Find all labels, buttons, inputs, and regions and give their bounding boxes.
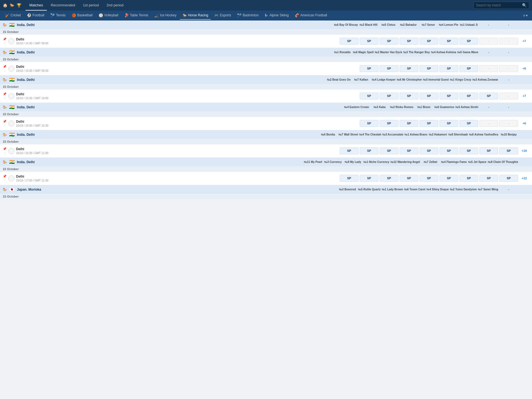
odds-cell-1-5[interactable]: SP xyxy=(459,65,478,72)
odds-cell-4-8[interactable]: SP xyxy=(499,147,518,154)
sport-horse-racing[interactable]: 🐎 Horse Racing xyxy=(180,12,211,20)
more-odds-button-5[interactable]: +12 xyxy=(519,175,529,181)
search-box[interactable]: 🔍 xyxy=(474,2,529,9)
odds-cell-2-3[interactable]: SP xyxy=(420,93,438,99)
odds-cell-5-3[interactable]: SP xyxy=(400,175,418,181)
pin-icon-3[interactable]: 📌 xyxy=(3,120,7,123)
odds-cell-1-1[interactable]: SP xyxy=(380,65,398,72)
odds-cell-5-7[interactable]: SP xyxy=(479,175,498,181)
match-row-4: 📌 ☆ Delhi 15/10 / 16:30 / GMT 11:00 SPSP… xyxy=(0,144,532,158)
odds-cell-3-4[interactable]: SP xyxy=(439,120,458,127)
pin-icon-5[interactable]: 📌 xyxy=(3,175,7,178)
pin-icon-2[interactable]: 📌 xyxy=(3,92,7,96)
odds-cell-2-7[interactable]: - xyxy=(499,93,518,99)
odds-cell-4-4[interactable]: SP xyxy=(420,147,438,154)
odds-cell-3-0[interactable]: SP xyxy=(360,120,378,127)
odds-cell-0-7[interactable]: - xyxy=(479,38,498,44)
odds-cell-1-3[interactable]: SP xyxy=(420,65,438,72)
runner-header-1-2: №2 Master Van Dyck xyxy=(375,50,402,54)
sport-volleyball[interactable]: 🏐 Volleyball xyxy=(96,12,121,20)
more-odds-button-3[interactable]: +6 xyxy=(519,120,529,126)
pin-icon-1[interactable]: 📌 xyxy=(3,65,7,68)
odds-cell-2-5[interactable]: SP xyxy=(459,93,478,99)
tab-matches[interactable]: Matches xyxy=(25,0,47,11)
more-odds-button-4[interactable]: +10 xyxy=(519,148,529,154)
sport-ice-hockey[interactable]: 🏒 Ice Hockey xyxy=(152,12,179,20)
odds-cell-0-1[interactable]: SP xyxy=(360,38,378,44)
odds-cell-5-0[interactable]: SP xyxy=(340,175,359,181)
sport-tennis[interactable]: 🎾 Tennis xyxy=(48,12,68,20)
odds-cell-4-5[interactable]: SP xyxy=(439,147,458,154)
odds-cell-2-2[interactable]: SP xyxy=(400,93,418,99)
odds-cell-0-2[interactable]: SP xyxy=(380,38,398,44)
odds-cell-0-6[interactable]: SP xyxy=(459,38,478,44)
more-odds-button-1[interactable]: +6 xyxy=(519,65,529,71)
odds-cell-3-5[interactable]: SP xyxy=(459,120,478,127)
odds-cell-0-3[interactable]: SP xyxy=(400,38,418,44)
star-icon-4[interactable]: ☆ xyxy=(3,151,6,155)
star-icon-3[interactable]: ☆ xyxy=(3,124,6,127)
horse-icon[interactable]: 🐎 xyxy=(10,3,14,7)
ice-hockey-icon: 🏒 xyxy=(154,13,159,17)
star-icon-5[interactable]: ☆ xyxy=(3,179,6,182)
odds-cell-2-6[interactable]: SP xyxy=(479,93,498,99)
odds-cell-1-6[interactable]: - xyxy=(479,65,498,72)
sport-cricket[interactable]: 🏏 Cricket xyxy=(2,12,24,20)
pin-icon-4[interactable]: 📌 xyxy=(3,147,7,151)
odds-cell-5-8[interactable]: SP xyxy=(499,175,518,181)
odds-cell-0-5[interactable]: SP xyxy=(439,38,458,44)
odds-cell-5-5[interactable]: SP xyxy=(439,175,458,181)
tab-2nd-period[interactable]: 2nd period xyxy=(103,0,127,11)
odds-cell-5-2[interactable]: SP xyxy=(380,175,398,181)
odds-cell-1-4[interactable]: SP xyxy=(439,65,458,72)
odds-cell-4-0[interactable]: SP xyxy=(340,147,359,154)
sport-table-tennis[interactable]: 🏓 Table Tennis xyxy=(122,12,151,20)
sport-basketball[interactable]: 🏀 Basketball xyxy=(69,12,95,20)
odds-cell-5-6[interactable]: SP xyxy=(459,175,478,181)
sport-esports[interactable]: 🎮 Esports xyxy=(211,12,234,20)
odds-cell-2-0[interactable]: SP xyxy=(360,93,378,99)
match-time-2: 15/10 / 15:30 / GMT 10:00 xyxy=(16,97,80,100)
odds-cell-0-4[interactable]: SP xyxy=(420,38,438,44)
odds-cell-5-4[interactable]: SP xyxy=(420,175,438,181)
odds-cell-3-6[interactable]: - xyxy=(479,120,498,127)
tab-1st-period[interactable]: 1st period xyxy=(79,0,103,11)
odds-cell-3-3[interactable]: SP xyxy=(420,120,438,127)
more-odds-button-0[interactable]: +7 xyxy=(519,38,529,44)
odds-cell-0-8[interactable]: - xyxy=(499,38,518,44)
star-icon-1[interactable]: ☆ xyxy=(3,69,6,73)
odds-cell-3-7[interactable]: - xyxy=(499,120,518,127)
odds-cell-2-1[interactable]: SP xyxy=(380,93,398,99)
odds-cell-3-1[interactable]: SP xyxy=(380,120,398,127)
date-row-1: 15 October xyxy=(0,57,532,62)
match-left-2: 📌 ☆ Delhi 15/10 / 15:30 / GMT 10:00 xyxy=(3,92,80,100)
odds-cell-4-7[interactable]: SP xyxy=(479,147,498,154)
odds-cell-4-3[interactable]: SP xyxy=(400,147,418,154)
odds-cell-1-2[interactable]: SP xyxy=(400,65,418,72)
odds-cell-5-1[interactable]: SP xyxy=(360,175,378,181)
odds-cell-4-2[interactable]: SP xyxy=(380,147,398,154)
odds-cells-0: SPSPSPSPSPSPSP--+7 xyxy=(80,38,529,44)
trophy-icon[interactable]: 🏆 xyxy=(17,3,21,7)
odds-cell-2-4[interactable]: SP xyxy=(439,93,458,99)
more-odds-button-2[interactable]: +7 xyxy=(519,93,529,99)
star-icon-0[interactable]: ☆ xyxy=(3,42,6,45)
sport-football[interactable]: ⚽ Football xyxy=(24,12,47,20)
sport-badminton[interactable]: 🏸 Badminton xyxy=(234,12,261,20)
home-icon[interactable]: 🏠 xyxy=(3,3,7,7)
odds-cell-4-1[interactable]: SP xyxy=(360,147,378,154)
basketball-icon: 🏀 xyxy=(72,13,76,17)
odds-cell-4-6[interactable]: SP xyxy=(459,147,478,154)
star-icon-2[interactable]: ☆ xyxy=(3,96,6,100)
sport-alpine-skiing[interactable]: ⛷ Alpine Skiing xyxy=(262,12,291,20)
sport-american-football[interactable]: 🏈 American Football xyxy=(292,12,330,20)
tab-recommended[interactable]: Recommended xyxy=(47,0,79,11)
search-input[interactable] xyxy=(476,3,520,7)
odds-cell-0-0[interactable]: SP xyxy=(340,38,359,44)
pin-icon-0[interactable]: 📌 xyxy=(3,37,7,41)
runner-header-6-6: №7 Sanei Wing xyxy=(478,188,498,191)
odds-cell-3-2[interactable]: SP xyxy=(400,120,418,127)
odds-cell-1-7[interactable]: - xyxy=(499,65,518,72)
odds-cell-1-0[interactable]: SP xyxy=(360,65,378,72)
more-sports-button[interactable]: ≡ ▾ xyxy=(521,12,530,19)
